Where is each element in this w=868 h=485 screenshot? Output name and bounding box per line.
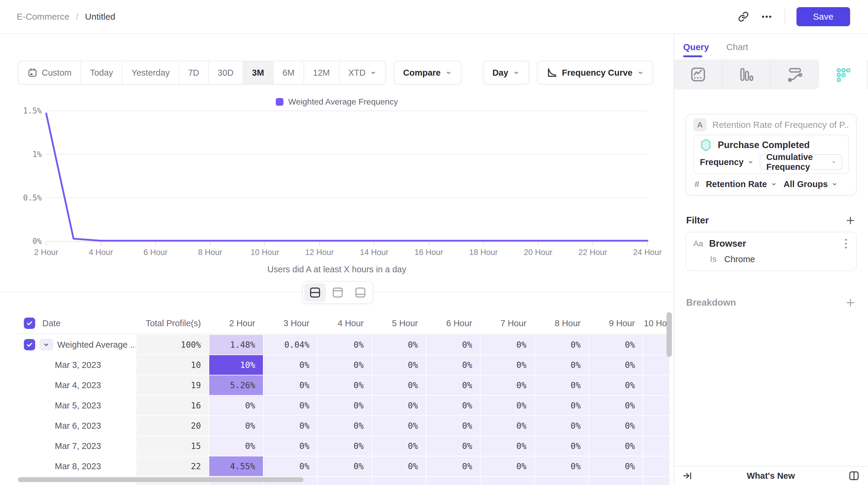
table-cell[interactable]: 0%: [317, 395, 371, 415]
layout-split-view-button[interactable]: [304, 283, 326, 302]
table-cell[interactable]: 0%: [263, 395, 317, 415]
frequency-dropdown[interactable]: Frequency: [700, 157, 754, 167]
table-cell[interactable]: [643, 415, 670, 435]
save-button[interactable]: Save: [797, 7, 850, 26]
table-cell[interactable]: 0%: [534, 395, 588, 415]
table-cell-total[interactable]: 20: [135, 415, 209, 435]
groups-dropdown[interactable]: All Groups: [784, 179, 838, 189]
range-7d[interactable]: 7D: [179, 61, 209, 84]
event-name[interactable]: Purchase Completed: [718, 140, 810, 151]
row-date[interactable]: Mar 8, 2023: [18, 456, 135, 476]
layout-table-only-button[interactable]: [350, 283, 371, 302]
table-cell[interactable]: 0%: [209, 395, 263, 415]
table-cell-total[interactable]: 10: [135, 355, 209, 375]
table-cell[interactable]: 0%: [317, 355, 371, 375]
more-options-icon[interactable]: [760, 11, 773, 22]
filter-card[interactable]: Aa Browser Is Chrome: [686, 232, 857, 271]
table-cell[interactable]: 0%: [426, 375, 480, 395]
tab-query[interactable]: Query: [683, 39, 709, 56]
table-cell[interactable]: 0%: [317, 334, 371, 355]
table-cell[interactable]: 0%: [588, 456, 643, 476]
table-cell[interactable]: 0%: [371, 355, 426, 375]
table-cell[interactable]: [643, 334, 670, 355]
table-cell[interactable]: 0%: [209, 435, 263, 456]
row-date[interactable]: Mar 7, 2023: [18, 435, 135, 456]
range-custom[interactable]: Custom: [19, 61, 81, 84]
breadcrumb-report-title[interactable]: Untitled: [85, 11, 115, 22]
table-cell[interactable]: 0%: [317, 375, 371, 395]
table-cell-total[interactable]: 15: [135, 435, 209, 456]
chart-type-flow[interactable]: [771, 60, 819, 89]
table-cell-total[interactable]: 100%: [135, 334, 209, 355]
chart-type-bar[interactable]: [722, 60, 771, 89]
table-cell[interactable]: 0%: [480, 456, 534, 476]
table-cell[interactable]: 0%: [371, 435, 426, 456]
table-cell[interactable]: 0%: [317, 435, 371, 456]
layout-chart-only-button[interactable]: [327, 283, 348, 302]
table-cell[interactable]: 0%: [263, 375, 317, 395]
compare-button[interactable]: Compare: [394, 61, 462, 85]
range-12m[interactable]: 12M: [304, 61, 339, 84]
checkbox[interactable]: [24, 318, 35, 329]
column-header[interactable]: 8 Hour: [534, 313, 588, 334]
table-cell[interactable]: [643, 375, 670, 395]
table-cell[interactable]: 0%: [588, 435, 643, 456]
table-cell[interactable]: 0%: [426, 395, 480, 415]
column-header[interactable]: 2 Hour: [209, 313, 263, 334]
panel-layout-icon[interactable]: [848, 471, 860, 481]
table-cell[interactable]: [643, 435, 670, 456]
table-cell[interactable]: 0%: [534, 456, 588, 476]
breadcrumb-project[interactable]: E-Commerce: [17, 11, 69, 22]
column-header[interactable]: 10 Hour: [643, 313, 670, 334]
table-cell[interactable]: 0.04%: [263, 334, 317, 355]
vertical-scrollbar[interactable]: [666, 312, 672, 357]
table-cell[interactable]: [643, 395, 670, 415]
table-cell[interactable]: 0%: [317, 456, 371, 476]
row-date[interactable]: Mar 4, 2023: [18, 375, 135, 395]
column-header[interactable]: 9 Hour: [588, 313, 643, 334]
table-cell[interactable]: 0%: [480, 415, 534, 435]
table-cell[interactable]: 0%: [534, 375, 588, 395]
table-cell[interactable]: 0%: [534, 334, 588, 355]
range-today[interactable]: Today: [81, 61, 123, 84]
add-breakdown-icon[interactable]: [845, 298, 856, 308]
table-cell[interactable]: 0%: [371, 415, 426, 435]
range-3m[interactable]: 3M: [243, 61, 274, 84]
table-cell[interactable]: 0%: [317, 415, 371, 435]
table-cell[interactable]: 0%: [426, 334, 480, 355]
column-header[interactable]: 6 Hour: [426, 313, 480, 334]
table-cell[interactable]: 0%: [588, 375, 643, 395]
filter-property[interactable]: Browser: [709, 238, 837, 249]
table-cell[interactable]: 0%: [480, 334, 534, 355]
table-cell[interactable]: [643, 456, 670, 476]
column-header[interactable]: Total Profile(s): [135, 313, 209, 334]
row-date[interactable]: Mar 3, 2023: [18, 355, 135, 375]
table-cell-total[interactable]: 22: [135, 456, 209, 476]
filter-operator[interactable]: Is: [710, 254, 717, 264]
table-cell[interactable]: [643, 355, 670, 375]
table-cell-total[interactable]: 19: [135, 375, 209, 395]
row-date[interactable]: Mar 6, 2023: [18, 415, 135, 435]
table-cell[interactable]: 0%: [263, 355, 317, 375]
table-cell[interactable]: 0%: [426, 435, 480, 456]
table-cell[interactable]: 0%: [371, 395, 426, 415]
range-30d[interactable]: 30D: [209, 61, 243, 84]
chart-view-button[interactable]: Frequency Curve: [537, 61, 653, 85]
summary-row-label[interactable]: Weighted Average ...: [18, 334, 135, 355]
table-cell[interactable]: 0%: [588, 415, 643, 435]
range-xtd[interactable]: XTD: [340, 61, 385, 84]
table-cell[interactable]: 0%: [480, 355, 534, 375]
table-cell-total[interactable]: 16: [135, 395, 209, 415]
table-cell[interactable]: 0%: [263, 456, 317, 476]
link-icon[interactable]: [738, 11, 749, 22]
table-cell[interactable]: 5.26%: [209, 375, 263, 395]
event-card[interactable]: Purchase Completed Frequency Cumulative …: [693, 135, 849, 174]
query-series-card[interactable]: A Retention Rate of Frequency of P... Pu…: [686, 114, 857, 195]
chevron-down-icon[interactable]: [39, 339, 53, 351]
table-cell[interactable]: 1.48%: [209, 334, 263, 355]
table-cell[interactable]: 0%: [534, 415, 588, 435]
table-cell[interactable]: 0%: [371, 334, 426, 355]
table-cell[interactable]: 0%: [263, 415, 317, 435]
filter-value[interactable]: Chrome: [724, 254, 755, 264]
chart-type-insights[interactable]: [674, 60, 722, 89]
